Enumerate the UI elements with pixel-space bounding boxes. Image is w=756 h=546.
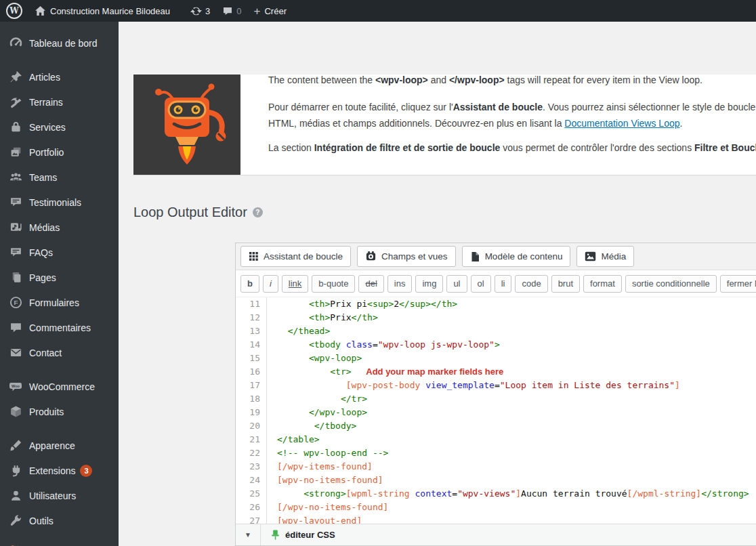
sidebar-item-utilisateurs[interactable]: Utilisateurs <box>0 483 119 508</box>
css-editor-toggle[interactable]: éditeur CSS <box>261 524 335 545</box>
quicktag-ins[interactable]: ins <box>387 275 413 293</box>
sidebar-item-faqs[interactable]: FAQs <box>0 240 119 265</box>
quicktag-link[interactable]: link <box>282 275 309 293</box>
wordpress-logo-menu[interactable]: W <box>0 0 28 22</box>
sidebar-item-woocommerce[interactable]: WooWooCommerce <box>0 374 119 399</box>
line-number: 19 <box>236 406 260 419</box>
quicktag-ol[interactable]: ol <box>471 275 491 293</box>
assistant-de-boucle-button[interactable]: Assistant de boucle <box>240 246 351 267</box>
updates-count: 3 <box>205 6 210 16</box>
line-number: 14 <box>236 338 260 352</box>
sidebar-item-label: Teams <box>29 172 57 183</box>
updates-menu[interactable]: 3 <box>184 0 216 22</box>
quicktag-b[interactable]: b <box>240 275 259 293</box>
updates-icon <box>190 5 202 17</box>
site-name-link[interactable]: Construction Maurice Bilodeau <box>28 0 176 22</box>
loop-output-editor-title: Loop Output Editor <box>133 205 247 220</box>
quicktag-del[interactable]: del <box>358 275 383 293</box>
menu-separator <box>0 365 119 374</box>
line-number: 16 <box>236 365 260 379</box>
line-number: 11 <box>236 297 260 311</box>
quicktag-code[interactable]: code <box>515 275 547 293</box>
quicktag-b-quote[interactable]: b-quote <box>312 275 355 293</box>
help-icon[interactable]: ? <box>253 207 263 217</box>
quicktag-ul[interactable]: ul <box>446 275 467 293</box>
sidebar-item-medias[interactable]: Médias <box>0 215 119 240</box>
code-line: <th>Prix</th> <box>277 311 756 324</box>
svg-text:F: F <box>14 299 18 306</box>
testimonial-icon <box>9 196 22 209</box>
sidebar-item-apparence[interactable]: Apparence <box>0 433 119 458</box>
wrench-icon <box>9 514 22 528</box>
sidebar-item-contact[interactable]: Contact <box>0 340 119 365</box>
code-line: [wpv-post-body view_template="Loop item … <box>277 379 756 392</box>
line-number: 20 <box>236 419 260 433</box>
line-number: 23 <box>236 460 260 474</box>
update-count-badge: 3 <box>80 465 92 477</box>
comments-menu[interactable]: 0 <box>216 0 247 22</box>
line-number: 15 <box>236 352 260 365</box>
content-template-icon <box>470 251 480 262</box>
quicktag-img[interactable]: img <box>415 275 443 293</box>
sidebar-item-label: Médias <box>29 222 60 233</box>
groups-icon <box>9 171 22 184</box>
sidebar-item-label: Extensions <box>29 465 75 476</box>
sidebar-item-commentaires[interactable]: Commentaires <box>0 315 119 340</box>
sidebar-item-terrains[interactable]: Terrains <box>0 89 119 114</box>
editor-toolbar: Assistant de boucleChamps et vuesModèle … <box>236 243 756 270</box>
sidebar-item-label: Portfolio <box>29 147 64 158</box>
quicktag-format[interactable]: format <box>583 275 622 293</box>
sidebar-item-label: Utilisateurs <box>29 490 76 501</box>
line-number: 18 <box>236 392 260 406</box>
menu-separator <box>0 56 119 64</box>
wordpress-logo-icon: W <box>6 3 22 19</box>
sidebar-item-portfolio[interactable]: Portfolio <box>0 140 119 165</box>
code-editor[interactable]: <th>Prix pi<sup>2</sup></th> <th>Prix</t… <box>267 297 756 524</box>
documentation-link[interactable]: Documentation Views Loop <box>564 118 679 129</box>
sidebar-item-item[interactable] <box>0 533 119 546</box>
sidebar-item-testimonials[interactable]: Testimonials <box>0 190 119 215</box>
sidebar-item-label: Commentaires <box>29 322 91 333</box>
sidebar-item-label: Outils <box>29 516 54 526</box>
sidebar-item-outils[interactable]: Outils <box>0 508 119 533</box>
quicktag-li[interactable]: li <box>495 275 512 293</box>
help-paragraph-line: HTML, médias et champs additionnels. Déc… <box>268 115 756 131</box>
line-number: 21 <box>236 433 260 446</box>
code-area: 1112131415161718192021222324252627 <th>P… <box>236 297 756 524</box>
quicktags-toolbar: bilinkb-quotedelinsimgulollicodebrutform… <box>236 270 756 297</box>
new-content-label: Créer <box>264 6 287 16</box>
sidebar-item-services[interactable]: Services <box>0 114 119 140</box>
sidebar-item-formulaires[interactable]: FFormulaires <box>0 290 119 315</box>
user-icon <box>9 489 22 503</box>
code-line: <!-- wpv-loop-end --> <box>277 446 756 460</box>
sidebar-item-produits[interactable]: Produits <box>0 399 119 424</box>
quicktag-fermer-les-balises[interactable]: fermer les balises <box>720 275 756 293</box>
loop-output-editor: Assistant de boucleChamps et vuesModèle … <box>235 243 756 546</box>
comment-icon <box>9 321 22 335</box>
collapse-toggle[interactable]: ▼ <box>236 524 261 545</box>
code-line: </tr> <box>277 392 756 406</box>
help-paragraph-line: The content between the <wpv-loop> and <… <box>268 75 756 88</box>
sidebar-item-pages[interactable]: Pages <box>0 265 119 290</box>
media-button[interactable]: Média <box>576 246 634 267</box>
sidebar-item-label: Apparence <box>29 440 75 451</box>
quicktag-i[interactable]: i <box>263 275 278 293</box>
quicktag-brut[interactable]: brut <box>551 275 580 293</box>
comments-icon <box>222 5 233 16</box>
quicktag-sortie-conditionnelle[interactable]: sortie conditionnelle <box>625 275 717 293</box>
sidebar-item-articles[interactable]: Articles <box>0 64 119 89</box>
sidebar-item-label: Formulaires <box>29 297 79 308</box>
plus-icon: + <box>254 5 261 17</box>
home-icon <box>35 5 46 17</box>
sidebar-item-extensions[interactable]: Extensions3 <box>0 458 119 483</box>
portfolio-icon <box>9 146 22 159</box>
modele-de-contenu-button[interactable]: Modèle de contenu <box>462 246 571 267</box>
new-content-menu[interactable]: + Créer <box>248 0 293 22</box>
champs-et-vues-button[interactable]: Champs et vues <box>357 246 456 267</box>
code-line: <wpv-loop> <box>277 352 756 365</box>
sidebar-item-tableau-de-bord[interactable]: Tableau de bord <box>0 30 119 56</box>
sidebar-item-teams[interactable]: Teams <box>0 165 119 190</box>
css-editor-label: éditeur CSS <box>285 530 335 540</box>
code-line: <strong>[wpml-string context="wpv-views"… <box>277 487 756 501</box>
line-number: 13 <box>236 324 260 338</box>
